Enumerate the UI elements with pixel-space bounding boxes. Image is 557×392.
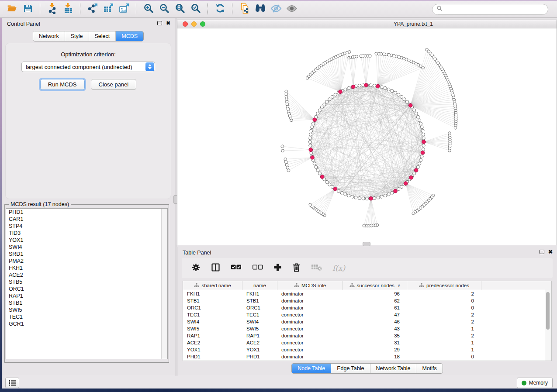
mcds-result-item[interactable]: ACE2 bbox=[6, 272, 167, 279]
zoom-out-button[interactable] bbox=[156, 2, 172, 16]
import-table-icon bbox=[62, 3, 74, 16]
mcds-result-list[interactable]: PHD1CAR1STP4TID3YOX1SWI4SRD1PMA2FKH1ACE2… bbox=[6, 208, 168, 359]
close-panel-icon[interactable]: ✖ bbox=[166, 21, 170, 25]
table-cell: 31 bbox=[343, 340, 407, 345]
tab-node-table[interactable]: Node Table bbox=[292, 364, 331, 373]
table-row[interactable]: SWI5SWI5connector431 bbox=[183, 325, 551, 332]
table-cell: PHD1 bbox=[183, 354, 242, 359]
mcds-result-item[interactable]: RAP1 bbox=[6, 292, 167, 299]
table-row[interactable]: PHD1PHD1dominator180 bbox=[183, 353, 551, 360]
mcds-result-item[interactable]: TEC1 bbox=[6, 313, 167, 320]
horizontal-divider-handle[interactable] bbox=[363, 242, 370, 246]
show-all-button[interactable] bbox=[284, 2, 300, 16]
mcds-result-item[interactable]: CAR1 bbox=[6, 216, 167, 223]
app-window: Control Panel ✖ NetworkStyleSelectMCDS O… bbox=[0, 0, 557, 392]
mcds-result-item[interactable]: STB5 bbox=[6, 279, 167, 285]
select-all-button[interactable] bbox=[231, 264, 242, 272]
mcds-result-item[interactable]: STP4 bbox=[6, 223, 167, 230]
column-header-predecessor-nodes[interactable]: predecessor nodes bbox=[407, 281, 481, 290]
save-button[interactable] bbox=[20, 2, 36, 16]
table-cell: SWI5 bbox=[183, 326, 242, 331]
minimize-window-icon[interactable] bbox=[191, 21, 197, 27]
table-cell: TEC1 bbox=[183, 312, 242, 317]
mcds-result-item[interactable]: TID3 bbox=[6, 230, 167, 237]
mcds-result-item[interactable]: YOX1 bbox=[6, 237, 167, 244]
column-header-name[interactable]: name bbox=[242, 281, 277, 290]
workspace: Control Panel ✖ NetworkStyleSelectMCDS O… bbox=[2, 18, 557, 389]
table-row[interactable]: ORC1ORC1dominator610 bbox=[183, 304, 551, 311]
network-canvas[interactable] bbox=[177, 28, 557, 245]
mcds-result-item[interactable]: STB1 bbox=[6, 299, 167, 306]
tab-network-table[interactable]: Network Table bbox=[370, 364, 416, 373]
mcds-list-scrollbar[interactable] bbox=[161, 209, 167, 359]
export-network-button[interactable] bbox=[85, 2, 100, 16]
delete-row-icon bbox=[292, 262, 301, 274]
show-columns-button[interactable] bbox=[211, 263, 220, 274]
table-scrollbar[interactable] bbox=[545, 290, 551, 361]
run-mcds-button[interactable]: Run MCDS bbox=[40, 79, 85, 90]
zoom-selected-button[interactable] bbox=[188, 2, 204, 16]
deselect-all-button[interactable] bbox=[252, 264, 263, 272]
export-table-icon bbox=[103, 3, 114, 16]
function-builder-button: f(x) bbox=[332, 264, 345, 272]
zoom-fit-button[interactable] bbox=[172, 2, 188, 16]
float-panel-icon[interactable] bbox=[157, 21, 162, 25]
save-icon bbox=[23, 3, 33, 15]
table-cell: RAP1 bbox=[183, 333, 242, 338]
table-cell: dominator bbox=[277, 305, 343, 310]
mcds-result-item[interactable]: ORC1 bbox=[6, 285, 167, 292]
column-header-shared-name[interactable]: shared name bbox=[183, 281, 242, 290]
search-network-button[interactable] bbox=[253, 2, 268, 16]
mcds-result-item[interactable]: GCR1 bbox=[6, 320, 167, 327]
mcds-result-item[interactable]: FKH1 bbox=[6, 265, 167, 272]
zoom-in-button[interactable] bbox=[141, 2, 156, 16]
refresh-button[interactable] bbox=[212, 2, 228, 16]
delete-row-button[interactable] bbox=[292, 262, 301, 274]
maximize-window-icon[interactable] bbox=[200, 21, 205, 27]
close-window-icon[interactable] bbox=[183, 21, 188, 27]
close-table-panel-icon[interactable]: ✖ bbox=[548, 250, 553, 254]
main-toolbar bbox=[0, 0, 557, 18]
search-field[interactable] bbox=[445, 6, 544, 13]
export-image-button[interactable] bbox=[116, 2, 132, 16]
tab-style[interactable]: Style bbox=[65, 31, 89, 41]
mcds-result-item[interactable]: SWI5 bbox=[6, 306, 167, 313]
table-row[interactable]: RAP1RAP1dominator352 bbox=[183, 332, 551, 339]
tab-edge-table[interactable]: Edge Table bbox=[331, 364, 370, 373]
add-row-button[interactable] bbox=[273, 263, 282, 273]
task-history-button[interactable] bbox=[5, 378, 19, 388]
tab-select[interactable]: Select bbox=[89, 31, 116, 41]
network-view-window: YPA_prune.txt_1 bbox=[177, 20, 557, 245]
mcds-result-item[interactable]: SRD1 bbox=[6, 251, 167, 258]
mcds-result-item[interactable]: PMA2 bbox=[6, 258, 167, 265]
close-panel-button[interactable]: Close panel bbox=[91, 79, 137, 90]
settings-gear-button[interactable] bbox=[191, 263, 201, 274]
mcds-result-item[interactable]: SWI4 bbox=[6, 244, 167, 251]
column-header-successor-nodes[interactable]: successor nodes∨ bbox=[343, 281, 407, 290]
mcds-result-item[interactable]: PHD1 bbox=[6, 209, 167, 216]
export-table-button[interactable] bbox=[100, 2, 116, 16]
table-tabs: Node TableEdge TableNetwork TableMotifs bbox=[291, 363, 443, 374]
open-button[interactable] bbox=[4, 2, 20, 16]
search-input[interactable] bbox=[432, 4, 548, 15]
hide-selected-button[interactable] bbox=[268, 2, 284, 16]
import-network-button[interactable] bbox=[45, 2, 60, 16]
tab-network[interactable]: Network bbox=[33, 31, 65, 41]
table-scrollbar-thumb[interactable] bbox=[546, 292, 550, 330]
table-row[interactable]: SWI4SWI4dominator462 bbox=[183, 318, 551, 325]
table-row[interactable]: YOX1YOX1connector291 bbox=[183, 346, 551, 353]
float-table-panel-icon[interactable] bbox=[540, 250, 544, 254]
table-cell: 47 bbox=[343, 312, 407, 317]
criterion-dropdown[interactable]: largest connected component (undirected) bbox=[21, 62, 155, 72]
import-table-button[interactable] bbox=[60, 2, 76, 16]
duplicate-network-button[interactable] bbox=[237, 2, 253, 16]
tab-mcds[interactable]: MCDS bbox=[115, 31, 143, 41]
memory-button[interactable]: Memory bbox=[517, 378, 553, 388]
column-header-MCDS-role[interactable]: MCDS role bbox=[277, 281, 343, 290]
table-row[interactable]: STB1STB1dominator620 bbox=[183, 297, 551, 304]
tab-motifs[interactable]: Motifs bbox=[416, 364, 442, 373]
network-graph[interactable] bbox=[177, 28, 557, 245]
table-row[interactable]: FKH1FKH1dominator962 bbox=[183, 290, 551, 297]
table-row[interactable]: ACE2ACE2connector311 bbox=[183, 339, 551, 346]
table-row[interactable]: TEC1TEC1connector472 bbox=[183, 311, 551, 318]
